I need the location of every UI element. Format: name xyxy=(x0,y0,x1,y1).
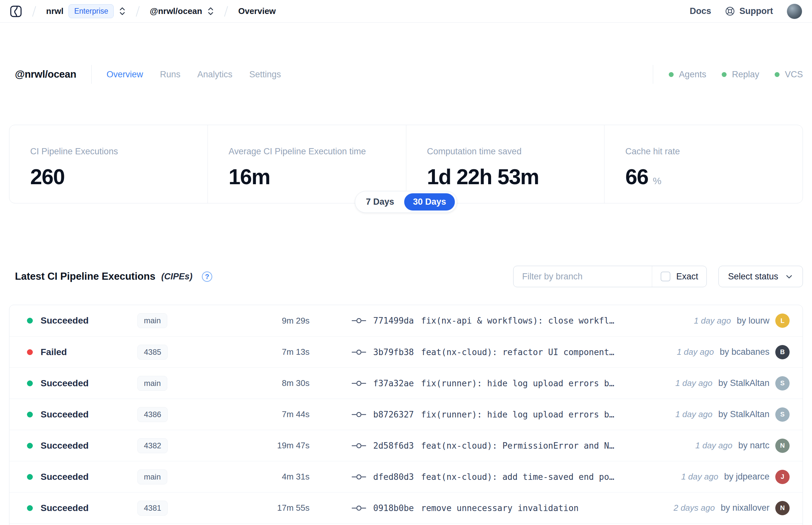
support-link[interactable]: Support xyxy=(725,6,773,16)
commit-hash: f37a32ae xyxy=(373,378,414,388)
author: by nartc xyxy=(738,440,769,451)
chevron-up-down-icon[interactable] xyxy=(207,6,214,16)
branch-cell: 4385 xyxy=(137,345,219,360)
cipe-section-header: Latest CI Pipeline Executions (CIPEs) ? … xyxy=(9,266,803,287)
stat-value: 16m xyxy=(229,164,270,189)
time-ago: 1 day ago xyxy=(695,440,732,451)
meta-cell: 1 day ago by StalkAltan S xyxy=(675,376,790,390)
service-agents[interactable]: Agents xyxy=(669,70,706,79)
stat-suffix: % xyxy=(653,176,662,186)
author-avatar: B xyxy=(775,345,790,359)
tab-runs[interactable]: Runs xyxy=(160,70,180,79)
select-status-dropdown[interactable]: Select status xyxy=(718,266,803,287)
breadcrumb: nrwl Enterprise @nrwl/ocean Overview xyxy=(10,4,276,18)
green-status-dot xyxy=(669,72,674,77)
period-7-days-button[interactable]: 7 Days xyxy=(357,193,403,211)
commit-hash: 0918b0be xyxy=(373,503,414,513)
chevron-up-down-icon[interactable] xyxy=(119,6,126,16)
time-ago: 1 day ago xyxy=(677,347,714,357)
git-commit-icon xyxy=(352,411,366,418)
branch-badge: main xyxy=(137,313,167,328)
author: by lourw xyxy=(737,316,769,326)
author: by bcabanes xyxy=(720,347,769,357)
exact-match-toggle[interactable]: Exact xyxy=(652,266,707,287)
nx-cloud-dashboard: nrwl Enterprise @nrwl/ocean Overview xyxy=(0,0,812,525)
duration-cell: 8m 30s xyxy=(219,378,309,388)
docs-link[interactable]: Docs xyxy=(690,6,711,16)
status-cell: Succeeded xyxy=(27,378,137,389)
org-name: nrwl xyxy=(46,6,63,16)
author-avatar: N xyxy=(775,501,790,515)
org-selector[interactable]: nrwl Enterprise xyxy=(46,4,126,18)
workspace-tabs: Overview Runs Analytics Settings xyxy=(107,70,281,79)
workspace-selector[interactable]: @nrwl/ocean xyxy=(150,6,214,16)
exact-checkbox[interactable] xyxy=(661,272,670,281)
status-dot xyxy=(27,380,33,386)
select-status-label: Select status xyxy=(728,272,778,282)
commit-cell: 2d58f6d3 feat(nx-cloud): PermissionError… xyxy=(352,441,614,451)
author-avatar: N xyxy=(775,439,790,453)
branch-filter-input[interactable] xyxy=(514,272,652,282)
status-label: Succeeded xyxy=(41,378,89,389)
service-vcs-label: VCS xyxy=(785,70,803,79)
tab-overview[interactable]: Overview xyxy=(107,70,143,79)
table-row[interactable]: Succeeded 4382 19m 47s 2d58f6d3 feat(nx-… xyxy=(10,430,802,461)
status-dot xyxy=(27,505,33,511)
branch-cell: 4381 xyxy=(137,501,219,515)
status-cell: Succeeded xyxy=(27,472,137,482)
table-row[interactable]: Succeeded main 9m 29s 771499da fix(nx-ap… xyxy=(10,305,802,336)
commit-message: fix(runner): hide log upload errors b… xyxy=(421,410,614,419)
stat-value: 1d 22h 53m xyxy=(427,164,539,189)
table-row[interactable]: Failed 4385 7m 13s 3b79fb38 feat(nx-clou… xyxy=(10,336,802,368)
branch-cell: main xyxy=(137,469,219,484)
commit-cell: 771499da fix(nx-api & workflows): close … xyxy=(352,316,614,326)
meta-cell: 1 day ago by StalkAltan S xyxy=(675,407,790,422)
tab-analytics[interactable]: Analytics xyxy=(197,70,232,79)
status-dot xyxy=(27,349,33,355)
table-row[interactable]: Succeeded 4386 7m 44s b8726327 fix(runne… xyxy=(10,399,802,430)
service-replay-label: Replay xyxy=(732,70,759,79)
time-ago: 1 day ago xyxy=(694,316,731,326)
duration-cell: 4m 31s xyxy=(219,472,309,482)
tab-settings[interactable]: Settings xyxy=(249,70,281,79)
status-dot xyxy=(27,474,33,480)
duration-cell: 9m 29s xyxy=(219,316,309,326)
help-icon[interactable]: ? xyxy=(201,271,213,282)
duration-cell: 7m 44s xyxy=(219,409,309,419)
breadcrumb-page: Overview xyxy=(238,6,276,16)
svg-text:?: ? xyxy=(205,273,209,281)
time-ago: 1 day ago xyxy=(681,472,718,482)
service-status-group: Agents Replay VCS xyxy=(653,65,803,84)
git-commit-icon xyxy=(352,473,366,481)
service-vcs[interactable]: VCS xyxy=(775,70,803,79)
period-30-days-button[interactable]: 30 Days xyxy=(404,193,455,211)
branch-filter-group: Exact xyxy=(513,266,707,287)
author-avatar: J xyxy=(775,470,790,484)
service-replay[interactable]: Replay xyxy=(722,70,759,79)
stat-label: Computation time saved xyxy=(427,147,584,156)
status-cell: Succeeded xyxy=(27,315,137,326)
commit-message: feat(nx-cloud): add time-saved end po… xyxy=(421,472,614,482)
status-label: Succeeded xyxy=(41,503,89,513)
support-label: Support xyxy=(739,6,773,16)
commit-cell: dfed80d3 feat(nx-cloud): add time-saved … xyxy=(352,472,614,482)
branch-cell: main xyxy=(137,313,219,328)
table-row[interactable]: Succeeded main 8m 30s f37a32ae fix(runne… xyxy=(10,368,802,399)
nx-cloud-logo-icon[interactable] xyxy=(10,5,22,17)
user-avatar[interactable] xyxy=(787,3,802,19)
cipe-table: Succeeded main 9m 29s 771499da fix(nx-ap… xyxy=(9,305,803,525)
meta-cell: 1 day ago by jdpearce J xyxy=(681,470,790,484)
table-row[interactable]: Succeeded 4381 17m 55s 0918b0be remove u… xyxy=(10,492,802,523)
branch-badge: 4386 xyxy=(137,407,168,422)
git-commit-icon xyxy=(352,442,366,450)
commit-message: feat(nx-cloud): PermissionError and N… xyxy=(421,441,614,451)
divider xyxy=(91,65,92,84)
commit-cell: f37a32ae fix(runner): hide log upload er… xyxy=(352,378,614,388)
commit-message: feat(nx-cloud): refactor UI component… xyxy=(421,347,614,357)
meta-cell: 2 days ago by nixallover N xyxy=(674,501,790,515)
section-title-suffix: (CIPEs) xyxy=(161,272,192,282)
commit-message: fix(runner): hide log upload errors b… xyxy=(421,378,614,388)
table-row[interactable]: Succeeded main 4m 31s dfed80d3 feat(nx-c… xyxy=(10,461,802,492)
section-title: Latest CI Pipeline Executions xyxy=(15,271,155,282)
top-navbar: nrwl Enterprise @nrwl/ocean Overview xyxy=(0,0,812,23)
